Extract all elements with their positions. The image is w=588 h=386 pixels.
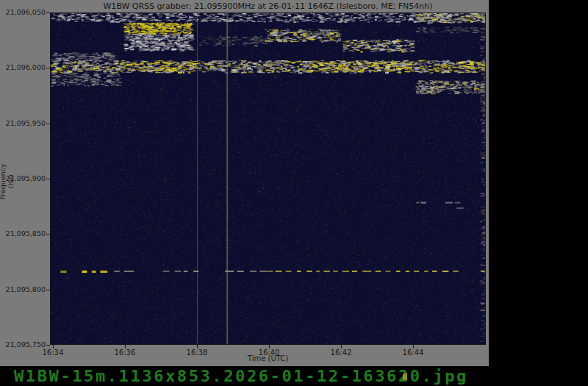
x-tick-mark <box>53 345 54 349</box>
y-tick-mark <box>46 68 50 68</box>
chart-title: W1BW QRSS grabber: 21.095900MHz at 26-01… <box>50 1 486 11</box>
grabber-image-frame: W1BW QRSS grabber: 21.095900MHz at 26-01… <box>0 0 489 366</box>
y-tick-mark <box>46 345 50 346</box>
statusbar: W1BW-15m.1136x853.2026-01-12-163620.jpg <box>0 366 588 386</box>
x-tick-mark <box>269 345 270 349</box>
x-tick-mark <box>341 345 342 349</box>
x-tick-label: 16:36 <box>115 349 136 357</box>
y-tick-label: 21,095,900 <box>0 175 46 182</box>
x-tick-label: 16:38 <box>187 349 208 357</box>
y-tick-label: 21,096,050 <box>0 9 46 16</box>
y-tick-mark <box>46 124 50 124</box>
y-tick-label: 21,095,800 <box>0 286 46 293</box>
y-tick-mark <box>46 234 50 235</box>
y-tick-label: 21,096,000 <box>0 64 46 71</box>
filename-text: W1BW-15m.1136x853.2026-01-12-163620.jpg <box>14 367 468 385</box>
y-tick-label: 21,095,750 <box>0 341 46 349</box>
x-tick-mark <box>413 345 414 349</box>
x-tick-label: 16:44 <box>403 349 424 357</box>
x-tick-label: 16:40 <box>259 349 280 357</box>
spectrogram-plot <box>50 12 486 345</box>
y-tick-mark <box>46 179 50 179</box>
y-tick-mark <box>46 12 50 13</box>
y-tick-label: 21,095,850 <box>0 230 46 237</box>
x-tick-label: 16:34 <box>42 349 63 357</box>
text-cursor <box>403 374 407 380</box>
screen: W1BW QRSS grabber: 21.095900MHz at 26-01… <box>0 0 588 386</box>
x-tick-mark <box>197 345 198 349</box>
x-tick-label: 16:42 <box>331 349 352 357</box>
y-tick-label: 21,095,950 <box>0 120 46 127</box>
y-tick-mark <box>46 290 50 290</box>
x-tick-mark <box>125 345 126 349</box>
